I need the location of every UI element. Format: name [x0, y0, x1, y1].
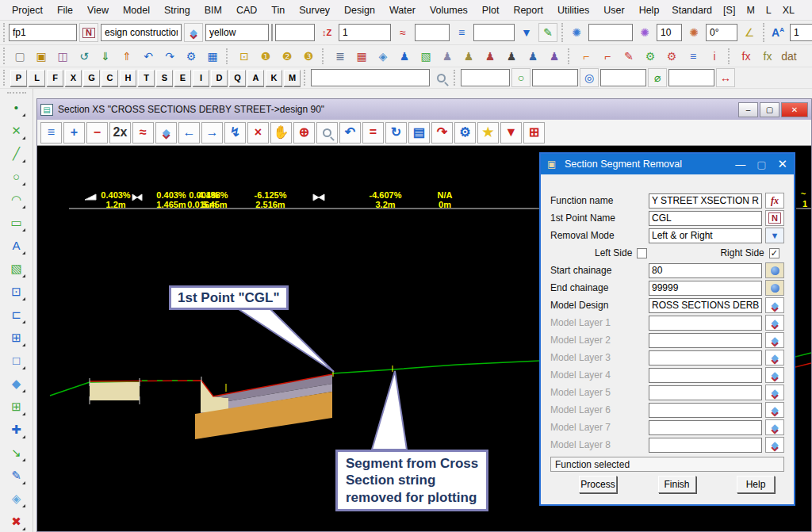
toolbar-grip[interactable]: [454, 70, 458, 86]
snap-toggle-button[interactable]: E: [174, 70, 191, 86]
settings-gear-icon[interactable]: ⚙: [181, 47, 201, 66]
removal-mode-dropdown-button[interactable]: ▼: [765, 228, 784, 243]
menu-item[interactable]: String: [157, 2, 197, 18]
window-maximize-button[interactable]: ▢: [760, 102, 779, 117]
linestyle-input[interactable]: [415, 24, 450, 41]
undo-icon[interactable]: ↶: [138, 47, 159, 66]
redo-icon[interactable]: ↷: [159, 47, 180, 66]
rectangle-outline-icon[interactable]: □: [6, 350, 27, 371]
menu-item[interactable]: Survey: [292, 2, 337, 18]
folder-3-icon[interactable]: ❸: [298, 47, 319, 66]
process-button[interactable]: Process: [579, 476, 617, 493]
first-point-input[interactable]: [649, 211, 762, 226]
text-style-button[interactable]: AA: [768, 23, 787, 42]
delete-x-icon[interactable]: ✖: [6, 511, 27, 532]
menu-item[interactable]: View: [80, 2, 116, 18]
function-fx-button[interactable]: fx: [765, 193, 784, 209]
model-design-input[interactable]: [649, 298, 762, 313]
model-layer-input[interactable]: [649, 403, 762, 418]
measure-input[interactable]: [668, 69, 714, 86]
polygon-solid-icon[interactable]: ◈: [6, 488, 27, 509]
gear-red-icon[interactable]: ⚙: [661, 47, 682, 66]
table-grid-icon[interactable]: ⊞: [6, 327, 27, 348]
snap-toggle-button[interactable]: S: [156, 70, 173, 86]
user-string-icon[interactable]: ♟: [523, 47, 543, 66]
menu-item[interactable]: User: [596, 2, 631, 18]
zoom-out-minus-icon[interactable]: −: [86, 122, 108, 144]
model-layer-input[interactable]: [649, 368, 762, 383]
symbol-size-button[interactable]: ✺: [635, 23, 654, 42]
model-layer-picker-button[interactable]: ◆: [765, 315, 784, 331]
menu-item[interactable]: Volumes: [423, 2, 475, 18]
coord-y-input[interactable]: [532, 69, 578, 86]
edit-pencil-icon[interactable]: ✎: [6, 465, 27, 486]
dropdown-button[interactable]: ▼: [517, 23, 536, 42]
snap-toggle-button[interactable]: P: [10, 70, 27, 86]
window-minimize-button[interactable]: –: [738, 102, 758, 117]
save-project-icon[interactable]: ◫: [52, 47, 73, 66]
symbol-input[interactable]: [588, 24, 633, 41]
draw-pen-button[interactable]: ✎: [538, 23, 557, 42]
coord-x-input[interactable]: [461, 69, 510, 86]
layout-grid-icon[interactable]: ⊞: [523, 122, 545, 144]
help-button[interactable]: Help: [737, 476, 775, 493]
function-dat-icon[interactable]: dat: [779, 47, 799, 66]
display-settings-icon[interactable]: ▦: [202, 47, 223, 66]
create-line-icon[interactable]: ╱: [6, 143, 27, 164]
name-picker-button[interactable]: N: [79, 23, 98, 42]
linetype-button[interactable]: ≡: [452, 23, 471, 42]
tag-icon[interactable]: ◈: [373, 47, 393, 66]
previous-section-icon[interactable]: ←: [178, 122, 200, 144]
toolbar-grip[interactable]: [3, 48, 7, 65]
colour-swatch[interactable]: [271, 24, 273, 41]
favourite-star-icon[interactable]: ★: [477, 122, 499, 144]
function-fx-check-icon[interactable]: fx: [757, 47, 778, 66]
open-project-icon[interactable]: ▣: [31, 47, 52, 66]
database-icon[interactable]: ≣: [330, 47, 350, 66]
menu-item[interactable]: Plot: [475, 2, 507, 18]
point-circle-button[interactable]: ○: [511, 68, 530, 87]
function-fx-icon[interactable]: fx: [736, 47, 756, 66]
model-layer-picker-button[interactable]: ◆: [765, 350, 784, 366]
image-plus-icon[interactable]: ⊞: [6, 396, 27, 417]
coord-z-input[interactable]: [600, 69, 646, 86]
model-layer-input[interactable]: [649, 438, 762, 453]
finish-button[interactable]: Finish: [658, 476, 696, 493]
right-side-checkbox[interactable]: ✓: [769, 248, 779, 258]
model-layer-input[interactable]: [649, 333, 762, 348]
models-layers-icon[interactable]: ◆: [155, 122, 177, 144]
dialog-close-button[interactable]: ✕: [777, 157, 787, 171]
snap-toggle-button[interactable]: F: [47, 70, 63, 86]
sync-icon[interactable]: ↺: [74, 47, 94, 66]
menu-item-right[interactable]: Standard: [666, 2, 718, 18]
snap-toggle-button[interactable]: Q: [229, 70, 246, 86]
menu-item-right[interactable]: M: [741, 2, 760, 18]
command-input[interactable]: [311, 69, 430, 86]
menu-item[interactable]: Utilities: [550, 2, 596, 18]
calendar-icon[interactable]: ▦: [351, 47, 372, 66]
default-name-input[interactable]: [9, 24, 77, 41]
z-value-button[interactable]: ↕Z: [317, 23, 336, 42]
model-design-picker-button[interactable]: ◆: [765, 297, 784, 313]
user-brush-icon[interactable]: ♟: [544, 47, 565, 66]
zoom-window-icon[interactable]: ⊕: [293, 122, 315, 144]
menu-item[interactable]: CAD: [229, 2, 264, 18]
model-layer-input[interactable]: [649, 385, 762, 400]
create-polygon-icon[interactable]: ○: [6, 166, 27, 187]
string-modify-icon[interactable]: ⌐: [576, 47, 596, 66]
start-chainage-input[interactable]: [649, 263, 762, 278]
snap-toggle-button[interactable]: H: [120, 70, 136, 86]
text-size-input[interactable]: [790, 24, 812, 41]
user-model-icon[interactable]: ♟: [437, 47, 458, 66]
plot-print-icon[interactable]: ▤: [408, 122, 430, 144]
point-name-picker-button[interactable]: N: [765, 210, 784, 226]
window-close-button[interactable]: ✕: [781, 102, 808, 117]
snap-toggle-button[interactable]: M: [284, 70, 301, 86]
symbol-style-button[interactable]: ✺: [567, 23, 586, 42]
menu-item[interactable]: File: [50, 2, 80, 18]
pan-hand-icon[interactable]: ✋: [270, 122, 292, 144]
model-layer-input[interactable]: [649, 316, 762, 331]
move-icon[interactable]: ✚: [6, 419, 27, 440]
linetype-input[interactable]: [473, 24, 515, 41]
menu-item-right[interactable]: XL: [777, 2, 800, 18]
